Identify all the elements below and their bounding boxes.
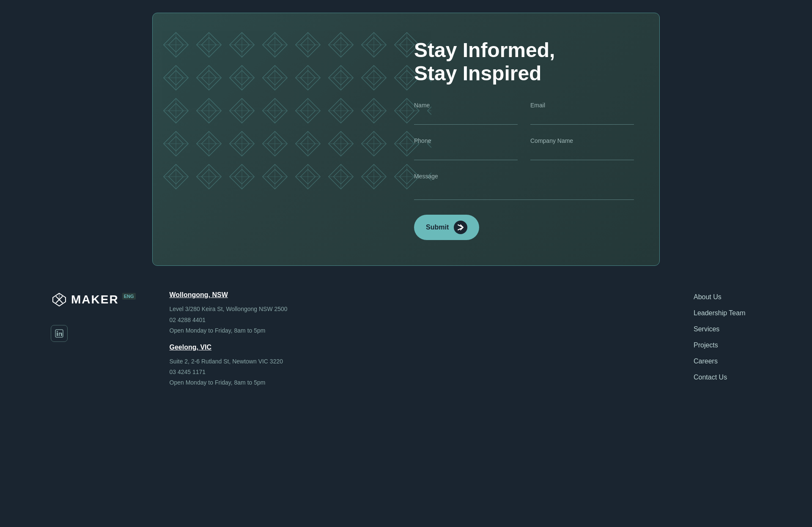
footer-logo-section: MAKER ENG: [51, 291, 136, 388]
company-label: Company Name: [530, 137, 634, 144]
pattern-cell: [194, 129, 224, 158]
logo-name: MAKER: [71, 293, 119, 306]
pattern-cell: [161, 96, 191, 126]
pattern-cell: [227, 30, 257, 60]
phone-label: Phone: [414, 137, 518, 144]
pattern-cell: [326, 63, 356, 93]
page-wrapper: Stay Informed, Stay Inspired Name Email …: [0, 0, 812, 527]
pattern-grid: [153, 13, 431, 208]
pattern-cell: [194, 96, 224, 126]
geelong-city: Geelong, VIC: [170, 344, 288, 351]
pattern-cell: [326, 30, 356, 60]
pattern-cell: [161, 162, 191, 191]
pattern-cell: [359, 162, 389, 191]
email-field-group: Email: [530, 102, 634, 125]
submit-icon: [454, 221, 467, 234]
form-section: Stay Informed, Stay Inspired Name Email …: [152, 13, 660, 266]
pattern-cell: [227, 96, 257, 126]
name-label: Name: [414, 102, 518, 109]
message-label: Message: [414, 173, 634, 180]
form-area: Stay Informed, Stay Inspired Name Email …: [414, 38, 634, 240]
pattern-area: [153, 13, 431, 265]
nav-projects[interactable]: Projects: [694, 341, 761, 349]
svg-rect-1: [57, 333, 58, 336]
message-input[interactable]: [414, 183, 634, 200]
pattern-cell: [227, 129, 257, 158]
email-label: Email: [530, 102, 634, 109]
location-wollongong: Wollongong, NSW Level 3/280 Keira St, Wo…: [170, 291, 288, 388]
pattern-cell: [293, 96, 323, 126]
svg-point-2: [57, 331, 58, 332]
pattern-cell: [326, 162, 356, 191]
name-field-group: Name: [414, 102, 518, 125]
wollongong-city: Wollongong, NSW: [170, 291, 288, 299]
linkedin-button[interactable]: [51, 325, 68, 342]
footer-nav: About Us Leadership Team Services Projec…: [694, 291, 761, 388]
pattern-cell: [194, 162, 224, 191]
pattern-cell: [161, 63, 191, 93]
pattern-cell: [326, 129, 356, 158]
name-input[interactable]: [414, 112, 518, 125]
pattern-cell: [161, 129, 191, 158]
pattern-cell: [194, 63, 224, 93]
wollongong-details: Level 3/280 Keira St, Wollongong NSW 250…: [170, 304, 288, 336]
company-input[interactable]: [530, 147, 634, 160]
pattern-cell: [293, 129, 323, 158]
pattern-cell: [326, 96, 356, 126]
pattern-cell: [359, 96, 389, 126]
footer: MAKER ENG Wollongong, NSW: [0, 266, 812, 405]
footer-locations: Wollongong, NSW Level 3/280 Keira St, Wo…: [170, 291, 660, 388]
pattern-cell: [260, 129, 290, 158]
pattern-cell: [227, 63, 257, 93]
pattern-cell: [260, 162, 290, 191]
phone-input[interactable]: [414, 147, 518, 160]
nav-contact[interactable]: Contact Us: [694, 374, 761, 381]
footer-social: [51, 325, 136, 342]
email-input[interactable]: [530, 112, 634, 125]
form-fields: Name Email Phone Company Name: [414, 102, 634, 200]
pattern-cell: [260, 63, 290, 93]
nav-careers[interactable]: Careers: [694, 358, 761, 365]
logo-suffix: ENG: [122, 293, 136, 300]
footer-logo: MAKER ENG: [51, 291, 136, 308]
pattern-cell: [161, 30, 191, 60]
pattern-cell: [227, 162, 257, 191]
message-field-group: Message: [414, 173, 634, 200]
submit-button[interactable]: Submit: [414, 215, 479, 240]
pattern-cell: [359, 129, 389, 158]
company-field-group: Company Name: [530, 137, 634, 160]
nav-leadership[interactable]: Leadership Team: [694, 309, 761, 317]
pattern-cell: [260, 96, 290, 126]
pattern-cell: [293, 30, 323, 60]
pattern-cell: [359, 63, 389, 93]
pattern-cell: [293, 63, 323, 93]
phone-field-group: Phone: [414, 137, 518, 160]
nav-about[interactable]: About Us: [694, 293, 761, 301]
pattern-cell: [260, 30, 290, 60]
nav-services[interactable]: Services: [694, 325, 761, 333]
pattern-cell: [194, 30, 224, 60]
maker-logo-icon: [51, 291, 68, 308]
pattern-cell: [359, 30, 389, 60]
geelong-details: Suite 2, 2-6 Rutland St, Newtown VIC 322…: [170, 356, 288, 388]
pattern-cell: [293, 162, 323, 191]
form-title: Stay Informed, Stay Inspired: [414, 38, 634, 85]
